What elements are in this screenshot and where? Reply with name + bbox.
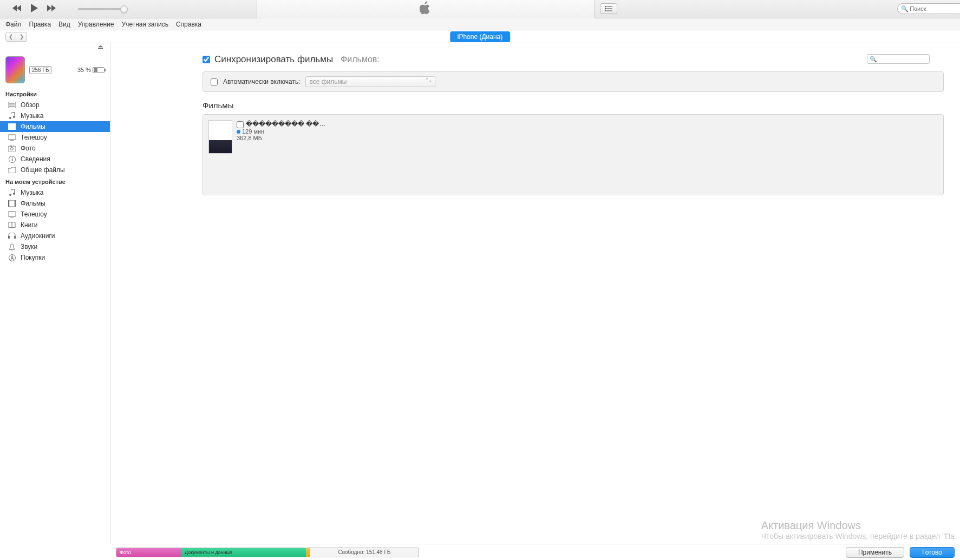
eject-icon[interactable]: ⏏ bbox=[97, 43, 103, 51]
sidebar-item-label: Музыка bbox=[21, 189, 43, 196]
svg-point-3 bbox=[605, 6, 606, 7]
storage-free-label: Свободно: 151,48 ГБ bbox=[310, 548, 419, 557]
menu-help[interactable]: Справка bbox=[176, 21, 201, 28]
device-capacity-badge: 256 ГБ bbox=[29, 66, 51, 74]
auto-include-checkbox[interactable] bbox=[211, 78, 218, 85]
svg-point-18 bbox=[11, 147, 14, 150]
sidebar-item-d_audiobooks[interactable]: Аудиокниги bbox=[0, 230, 110, 241]
sidebar-item-label: Покупки bbox=[21, 254, 45, 261]
svg-point-24 bbox=[13, 193, 15, 195]
books-icon bbox=[8, 222, 16, 228]
sidebar-item-label: Фильмы bbox=[21, 123, 45, 130]
sidebar-item-summary[interactable]: Обзор bbox=[0, 100, 110, 110]
menu-edit[interactable]: Правка bbox=[29, 21, 51, 28]
svg-point-10 bbox=[9, 117, 11, 119]
sidebar-item-d_music[interactable]: Музыка bbox=[0, 187, 110, 198]
sidebar-item-label: Обзор bbox=[21, 101, 40, 109]
sidebar-item-photos[interactable]: Фото bbox=[0, 143, 110, 154]
movie-size: 362,8 МБ bbox=[237, 135, 325, 141]
apply-button[interactable]: Применить bbox=[846, 547, 904, 558]
nav-forward-button[interactable]: ❯ bbox=[16, 32, 27, 42]
sidebar-item-d_tones[interactable]: Звуки bbox=[0, 241, 110, 252]
movies-section-title: Фильмы bbox=[203, 101, 944, 110]
apple-logo-icon bbox=[420, 1, 432, 17]
storage-bar[interactable]: Фото Документы и данные Свободно: 151,48… bbox=[116, 548, 419, 557]
menu-bar: Файл Правка Вид Управление Учетная запис… bbox=[0, 18, 960, 30]
content-search-input[interactable] bbox=[878, 56, 927, 62]
previous-track-icon[interactable] bbox=[12, 4, 22, 14]
sidebar-item-info[interactable]: Сведения bbox=[0, 154, 110, 164]
sidebar-item-d_movies[interactable]: Фильмы bbox=[0, 198, 110, 209]
movies-list-box: ��������� ��… 129 мин 362,8 МБ bbox=[203, 114, 944, 195]
movies-icon bbox=[8, 200, 16, 207]
sync-movies-checkbox[interactable] bbox=[203, 56, 210, 63]
photo-icon bbox=[8, 146, 16, 151]
sidebar-item-label: Фильмы bbox=[21, 200, 45, 207]
svg-point-22 bbox=[11, 157, 12, 158]
files-icon bbox=[8, 167, 16, 173]
sidebar-item-files[interactable]: Общие файлы bbox=[0, 164, 110, 175]
sidebar-item-d_purchases[interactable]: Покупки bbox=[0, 252, 110, 263]
svg-point-11 bbox=[13, 116, 15, 118]
menu-controls[interactable]: Управление bbox=[78, 21, 114, 28]
movie-checkbox[interactable] bbox=[237, 121, 244, 128]
battery-percent: 35 % bbox=[77, 67, 91, 73]
sidebar-item-label: Общие файлы bbox=[21, 166, 65, 174]
svg-rect-28 bbox=[8, 212, 16, 216]
svg-point-23 bbox=[9, 194, 11, 196]
device-battery: 35 % bbox=[77, 67, 105, 73]
sidebar-item-tvshows[interactable]: Телешоу bbox=[0, 132, 110, 143]
play-icon[interactable] bbox=[29, 3, 39, 15]
device-breadcrumb-pill[interactable]: iPhone (Диана) bbox=[450, 31, 511, 42]
device-header[interactable]: 256 ГБ 35 % bbox=[0, 52, 110, 88]
content-search[interactable]: 🔍 bbox=[867, 54, 930, 64]
sidebar-item-label: Сведения bbox=[21, 155, 50, 163]
nav-back-button[interactable]: ❮ bbox=[5, 32, 16, 42]
main-content: 🔍 Синхронизировать фильмы Фильмов: Автом… bbox=[110, 43, 960, 544]
menu-file[interactable]: Файл bbox=[5, 21, 22, 28]
sidebar-item-d_tv[interactable]: Телешоу bbox=[0, 209, 110, 220]
svg-point-4 bbox=[605, 8, 606, 9]
sidebar-item-label: Телешоу bbox=[21, 134, 47, 141]
global-search[interactable]: 🔍 bbox=[897, 3, 960, 14]
movie-thumbnail bbox=[208, 120, 232, 154]
storage-seg-photos: Фото bbox=[116, 548, 181, 557]
menu-account[interactable]: Учетная запись bbox=[122, 21, 168, 28]
music-icon bbox=[8, 112, 16, 120]
battery-icon bbox=[93, 67, 105, 73]
svg-rect-14 bbox=[15, 123, 16, 130]
svg-rect-13 bbox=[8, 123, 9, 130]
tv-icon bbox=[8, 134, 16, 141]
done-button[interactable]: Готово bbox=[910, 547, 955, 558]
audiobooks-icon bbox=[8, 233, 16, 239]
movies-icon bbox=[8, 123, 16, 130]
sidebar-item-label: Телешоу bbox=[21, 210, 47, 218]
sidebar-item-d_books[interactable]: Книги bbox=[0, 220, 110, 230]
svg-rect-30 bbox=[8, 236, 10, 239]
sidebar: ⏏ 256 ГБ 35 % Настройки ОбзорМузыкаФильм… bbox=[0, 43, 110, 544]
sidebar-item-label: Фото bbox=[21, 144, 36, 152]
volume-slider[interactable] bbox=[78, 8, 124, 10]
svg-rect-15 bbox=[8, 135, 16, 140]
svg-rect-26 bbox=[8, 200, 9, 207]
sidebar-header-settings: Настройки bbox=[0, 88, 110, 100]
search-icon: 🔍 bbox=[870, 56, 877, 63]
queue-list-button[interactable] bbox=[600, 3, 617, 14]
info-icon bbox=[8, 156, 16, 163]
movie-item[interactable]: ��������� ��… 129 мин 362,8 МБ bbox=[208, 120, 938, 154]
sidebar-header-ondevice: На моем устройстве bbox=[0, 175, 110, 187]
movie-title: ��������� ��… bbox=[246, 120, 325, 128]
svg-point-5 bbox=[605, 10, 606, 11]
global-search-input[interactable] bbox=[910, 5, 953, 12]
sidebar-item-movies[interactable]: Фильмы bbox=[0, 121, 110, 132]
menu-view[interactable]: Вид bbox=[58, 21, 70, 28]
storage-seg-docs: Документы и данные bbox=[181, 548, 306, 557]
auto-include-select[interactable]: все фильмы bbox=[305, 76, 435, 87]
summary-icon bbox=[8, 102, 16, 108]
sidebar-item-music[interactable]: Музыка bbox=[0, 110, 110, 121]
storage-seg-other bbox=[306, 548, 310, 557]
auto-include-box: Автоматически включать: все фильмы bbox=[203, 71, 944, 92]
movie-duration: 129 мин bbox=[242, 128, 264, 135]
next-track-icon[interactable] bbox=[47, 4, 56, 14]
sidebar-item-label: Звуки bbox=[21, 243, 37, 251]
